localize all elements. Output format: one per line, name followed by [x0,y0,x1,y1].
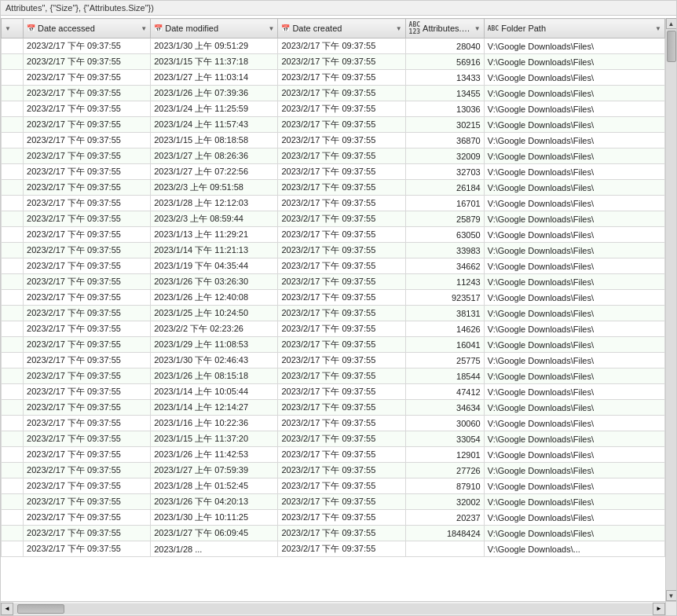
cell-date-modified: 2023/1/29 上午 11:08:53 [151,337,278,353]
table-row[interactable]: 2023/2/17 下午 09:37:552023/1/26 上午 07:39:… [2,86,665,101]
table-row[interactable]: 2023/2/17 下午 09:37:552023/1/28 上午 12:12:… [2,196,665,211]
cell-date-accessed: 2023/2/17 下午 09:37:55 [24,353,151,368]
header-row: ▼ 📅 Date accessed ▼ 📅 Date modif [2,19,665,38]
table-row[interactable]: 2023/2/17 下午 09:37:552023/1/14 上午 10:05:… [2,384,665,400]
table-row[interactable]: 2023/2/17 下午 09:37:552023/1/26 上午 08:15:… [2,368,665,384]
cell-folder: V:\Google Downloads\Files\ [484,101,664,117]
col-header-check[interactable]: ▼ [2,19,24,38]
scroll-track[interactable] [666,29,677,590]
table-row[interactable]: 2023/2/17 下午 09:37:552023/2/3 上午 08:59:4… [2,211,665,227]
cell-date-created: 2023/2/17 下午 09:37:55 [278,463,405,478]
cell-date-created: 2023/2/17 下午 09:37:55 [278,243,405,258]
cell-date-created: 2023/2/17 下午 09:37:55 [278,164,405,180]
cell-date-created: 2023/2/17 下午 09:37:55 [278,180,405,196]
cell-date-accessed: 2023/2/17 下午 09:37:55 [24,321,151,337]
cell-size: 25775 [405,353,484,368]
table-row[interactable]: 2023/2/17 下午 09:37:552023/1/29 上午 11:08:… [2,337,665,353]
table-row[interactable]: 2023/2/17 下午 09:37:552023/1/28 ...2023/2… [2,541,665,557]
cell-check [2,211,24,227]
cell-date-modified: 2023/1/27 上午 11:03:14 [151,70,278,86]
table-row[interactable]: 2023/2/17 下午 09:37:552023/2/3 上午 09:51:5… [2,180,665,196]
table-row[interactable]: 2023/2/17 下午 09:37:552023/1/25 上午 10:24:… [2,306,665,321]
cell-date-modified: 2023/1/26 上午 11:42:53 [151,447,278,463]
table-row[interactable]: 2023/2/17 下午 09:37:552023/1/14 上午 12:14:… [2,400,665,416]
date-created-icon: 📅 [281,24,290,32]
table-row[interactable]: 2023/2/17 下午 09:37:552023/1/26 上午 12:40:… [2,290,665,306]
table-row[interactable]: 2023/2/17 下午 09:37:552023/1/24 上午 11:25:… [2,101,665,117]
table-row[interactable]: 2023/2/17 下午 09:37:552023/1/13 上午 11:29:… [2,227,665,243]
cell-size: 18544 [405,368,484,384]
table-row[interactable]: 2023/2/17 下午 09:37:552023/1/15 上午 08:18:… [2,133,665,148]
cell-folder: V:\Google Downloads\Files\ [484,148,664,164]
table-row[interactable]: 2023/2/17 下午 09:37:552023/1/27 下午 06:09:… [2,526,665,541]
cell-check [2,321,24,337]
cell-size: 56916 [405,54,484,70]
cell-folder: V:\Google Downloads\Files\ [484,321,664,337]
table-row[interactable]: 2023/2/17 下午 09:37:552023/2/2 下午 02:23:2… [2,321,665,337]
cell-date-created: 2023/2/17 下午 09:37:55 [278,148,405,164]
table-row[interactable]: 2023/2/17 下午 09:37:552023/1/15 上午 11:37:… [2,431,665,447]
table-row[interactable]: 2023/2/17 下午 09:37:552023/1/15 下午 11:37:… [2,54,665,70]
hscroll-right-button[interactable]: ► [653,603,665,615]
cell-check [2,54,24,70]
table-row[interactable]: 2023/2/17 下午 09:37:552023/1/26 下午 04:20:… [2,494,665,510]
cell-date-created: 2023/2/17 下午 09:37:55 [278,54,405,70]
table-row[interactable]: 2023/2/17 下午 09:37:552023/1/27 上午 07:59:… [2,463,665,478]
scroll-up-button[interactable]: ▲ [666,18,677,29]
cell-check [2,274,24,290]
date-modified-icon: 📅 [154,24,163,32]
cell-date-created: 2023/2/17 下午 09:37:55 [278,86,405,101]
date-created-arrow: ▼ [396,25,402,32]
horizontal-scrollbar[interactable]: ◄ ► [1,601,665,615]
col-header-date-modified[interactable]: 📅 Date modified ▼ [151,19,278,38]
table-row[interactable]: 2023/2/17 下午 09:37:552023/1/28 上午 01:52:… [2,478,665,494]
cell-folder: V:\Google Downloads\Files\ [484,400,664,416]
table-row[interactable]: 2023/2/17 下午 09:37:552023/1/27 上午 11:03:… [2,70,665,86]
cell-size: 25879 [405,211,484,227]
main-container: Attributes", {"Size"}, {"Attributes.Size… [0,0,677,616]
col-header-size[interactable]: ABC123 Attributes.Size ▼ [405,19,484,38]
cell-date-created: 2023/2/17 下午 09:37:55 [278,368,405,384]
cell-check [2,400,24,416]
table-row[interactable]: 2023/2/17 下午 09:37:552023/1/16 上午 10:22:… [2,416,665,431]
cell-folder: V:\Google Downloads\Files\ [484,353,664,368]
vertical-scrollbar[interactable]: ▲ ▼ [665,18,676,601]
table-row[interactable]: 2023/2/17 下午 09:37:552023/1/24 上午 11:57:… [2,117,665,133]
cell-size: 13433 [405,70,484,86]
table-row[interactable]: 2023/2/17 下午 09:37:552023/1/30 上午 09:51:… [2,38,665,54]
cell-folder: V:\Google Downloads\Files\ [484,227,664,243]
cell-size: 38131 [405,306,484,321]
col-header-date-accessed[interactable]: 📅 Date accessed ▼ [24,19,151,38]
check-arrow: ▼ [5,25,11,32]
cell-date-accessed: 2023/2/17 下午 09:37:55 [24,447,151,463]
cell-size: 30060 [405,416,484,431]
scrollbar-corner [665,601,676,615]
table-row[interactable]: 2023/2/17 下午 09:37:552023/1/14 下午 11:21:… [2,243,665,258]
cell-date-modified: 2023/1/27 上午 07:59:39 [151,463,278,478]
table-row[interactable]: 2023/2/17 下午 09:37:552023/1/26 上午 11:42:… [2,447,665,463]
col-header-date-created[interactable]: 📅 Date created ▼ [278,19,405,38]
table-row[interactable]: 2023/2/17 下午 09:37:552023/1/26 下午 03:26:… [2,274,665,290]
cell-size: 87910 [405,478,484,494]
cell-date-modified: 2023/1/13 上午 11:29:21 [151,227,278,243]
hscroll-thumb[interactable] [17,604,64,614]
hscroll-left-button[interactable]: ◄ [1,603,13,615]
cell-date-modified: 2023/1/30 下午 02:46:43 [151,353,278,368]
cell-date-accessed: 2023/2/17 下午 09:37:55 [24,274,151,290]
table-row[interactable]: 2023/2/17 下午 09:37:552023/1/30 下午 02:46:… [2,353,665,368]
table-row[interactable]: 2023/2/17 下午 09:37:552023/1/27 上午 08:26:… [2,148,665,164]
table-row[interactable]: 2023/2/17 下午 09:37:552023/1/30 上午 10:11:… [2,510,665,526]
col-header-folder[interactable]: ABC Folder Path ▼ [484,19,664,38]
table-row[interactable]: 2023/2/17 下午 09:37:552023/1/19 下午 04:35:… [2,258,665,274]
cell-date-created: 2023/2/17 下午 09:37:55 [278,274,405,290]
title-bar: Attributes", {"Size"}, {"Attributes.Size… [1,1,676,16]
table-row[interactable]: 2023/2/17 下午 09:37:552023/1/27 上午 07:22:… [2,164,665,180]
scroll-down-button[interactable]: ▼ [666,590,677,601]
cell-check [2,416,24,431]
cell-folder: V:\Google Downloads\Files\ [484,243,664,258]
scroll-thumb[interactable] [667,31,676,62]
hscroll-track[interactable] [13,603,653,614]
cell-date-modified: 2023/1/14 下午 11:21:13 [151,243,278,258]
cell-folder: V:\Google Downloads\Files\ [484,526,664,541]
cell-size: 13455 [405,86,484,101]
